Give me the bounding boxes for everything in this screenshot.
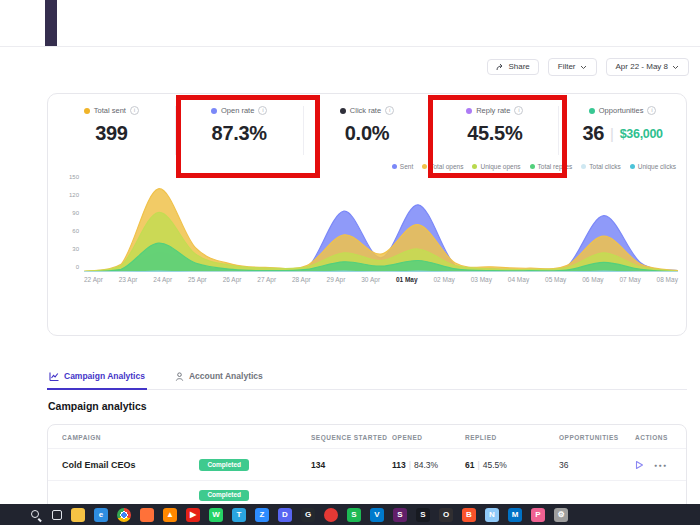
info-icon[interactable]: i <box>647 106 656 115</box>
y-tick-label: 150 <box>56 174 79 180</box>
legend-dot <box>581 164 586 169</box>
stat-total-sent: Total sent i 399 <box>48 106 176 155</box>
info-icon[interactable]: i <box>130 106 139 115</box>
x-tick-label: 27 Apr <box>257 276 276 283</box>
play-icon[interactable] <box>635 460 644 470</box>
more-actions-icon[interactable]: ●●● <box>654 462 668 468</box>
stat-value: 45.5% <box>431 122 558 145</box>
firefox-browser-icon[interactable] <box>140 508 154 522</box>
slack-icon[interactable]: S <box>393 508 407 522</box>
x-tick-label: 28 Apr <box>292 276 311 283</box>
legend-item: Unique clicks <box>630 163 676 170</box>
notepad-icon[interactable]: N <box>485 508 499 522</box>
stat-opportunities: Opportunities i 36 | $36,000 <box>559 106 686 155</box>
table-row-partial[interactable]: Completed <box>48 481 686 502</box>
search-icon[interactable] <box>29 508 43 522</box>
steam-icon[interactable]: S <box>416 508 430 522</box>
y-tick-label: 0 <box>56 264 79 270</box>
opportunities-amount: $36,000 <box>620 127 663 141</box>
info-icon[interactable]: i <box>258 106 267 115</box>
stat-dot <box>211 108 217 114</box>
background-window-edge <box>45 0 57 46</box>
task-view-icon[interactable] <box>52 510 62 520</box>
legend-dot <box>630 164 635 169</box>
chart-legend: SentTotal opensUnique opensTotal replies… <box>48 155 686 170</box>
taskbar: e▲▶WTZDGSVSSOBNMP⚙ <box>0 504 700 525</box>
whatsapp-icon[interactable]: W <box>209 508 223 522</box>
y-tick-label: 90 <box>56 210 79 216</box>
info-icon[interactable]: i <box>385 106 394 115</box>
x-tick-label: 30 Apr <box>361 276 380 283</box>
zoom-icon[interactable]: Z <box>255 508 269 522</box>
telegram-icon[interactable]: T <box>232 508 246 522</box>
tab-label: Account Analytics <box>189 371 263 381</box>
share-icon <box>496 63 504 71</box>
x-tick-label: 01 May <box>396 276 418 283</box>
file-explorer-icon[interactable] <box>71 508 85 522</box>
tab-label: Campaign Analytics <box>64 371 145 381</box>
mail-icon[interactable]: M <box>508 508 522 522</box>
x-tick-label: 06 May <box>582 276 603 283</box>
filter-button[interactable]: Filter <box>548 58 597 76</box>
vlc-player-icon[interactable]: ▲ <box>163 508 177 522</box>
x-tick-label: 25 Apr <box>188 276 207 283</box>
col-campaign: CAMPAIGN <box>62 434 311 441</box>
tab-campaign-analytics[interactable]: Campaign Analytics <box>47 367 147 390</box>
x-tick-label: 05 May <box>545 276 566 283</box>
github-icon[interactable]: G <box>301 508 315 522</box>
analytics-tabs: Campaign Analytics Account Analytics <box>47 367 687 390</box>
chart-plot <box>84 176 678 272</box>
stat-reply-rate: Reply rate i 45.5% <box>431 106 559 155</box>
legend-label: Unique clicks <box>638 163 676 170</box>
tab-account-analytics[interactable]: Account Analytics <box>173 367 265 390</box>
chrome-browser-icon[interactable] <box>117 508 131 522</box>
dashboard-screen: Share Filter Apr 22 - May 8 Total sent i <box>0 0 700 525</box>
x-tick-label: 22 Apr <box>84 276 103 283</box>
vscode-icon[interactable]: V <box>370 508 384 522</box>
legend-label: Total clicks <box>589 163 620 170</box>
stat-label: Reply rate <box>476 106 510 115</box>
top-divider <box>0 46 700 47</box>
x-tick-label: 03 May <box>471 276 492 283</box>
filter-label: Filter <box>558 63 576 71</box>
brave-icon[interactable]: B <box>462 508 476 522</box>
x-tick-label: 29 Apr <box>327 276 346 283</box>
legend-item: Sent <box>392 163 413 170</box>
settings-icon[interactable]: ⚙ <box>554 508 568 522</box>
obs-icon[interactable]: O <box>439 508 453 522</box>
legend-dot <box>530 164 535 169</box>
col-opened: OPENED <box>392 434 465 441</box>
col-actions: ACTIONS <box>635 434 676 441</box>
sequence-started-value: 134 <box>311 460 392 470</box>
toolbar: Share Filter Apr 22 - May 8 <box>487 58 689 76</box>
table-row[interactable]: Cold Email CEOs Completed 134 113|84.3% … <box>48 449 686 481</box>
stat-value: 36 | $36,000 <box>559 122 686 145</box>
start-icon[interactable] <box>6 508 20 522</box>
x-tick-label: 26 Apr <box>223 276 242 283</box>
chart-area: 1501209060300 <box>48 170 686 272</box>
x-tick-label: 08 May <box>657 276 678 283</box>
share-button[interactable]: Share <box>487 59 538 75</box>
paint-icon[interactable]: P <box>531 508 545 522</box>
legend-dot <box>422 164 427 169</box>
legend-item: Total clicks <box>581 163 620 170</box>
discord-icon[interactable]: D <box>278 508 292 522</box>
campaigns-table: CAMPAIGN SEQUENCE STARTED OPENED REPLIED… <box>47 424 687 505</box>
legend-label: Total replies <box>538 163 573 170</box>
spotify-icon[interactable]: S <box>347 508 361 522</box>
y-tick-label: 60 <box>56 228 79 234</box>
chart-x-axis: 22 Apr23 Apr24 Apr25 Apr26 Apr27 Apr28 A… <box>84 276 678 283</box>
share-label: Share <box>508 63 529 71</box>
legend-label: Unique opens <box>480 163 520 170</box>
recording-indicator-icon[interactable] <box>324 508 338 522</box>
campaign-name[interactable]: Cold Email CEOs <box>62 460 136 470</box>
status-badge: Completed <box>199 459 249 471</box>
x-tick-label: 07 May <box>619 276 640 283</box>
stats-row: Total sent i 399 Open rate i 87.3% Click… <box>48 94 686 155</box>
youtube-icon[interactable]: ▶ <box>186 508 200 522</box>
edge-browser-icon[interactable]: e <box>94 508 108 522</box>
person-icon <box>175 372 184 381</box>
date-range-button[interactable]: Apr 22 - May 8 <box>606 58 689 76</box>
stat-click-rate: Click rate i 0.0% <box>304 106 432 155</box>
info-icon[interactable]: i <box>514 106 523 115</box>
